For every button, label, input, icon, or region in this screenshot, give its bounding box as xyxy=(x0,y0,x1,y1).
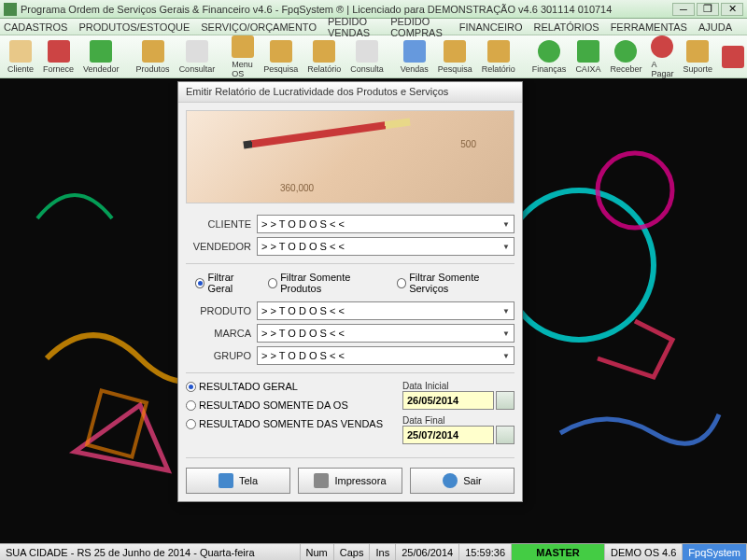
tbtn-fornece[interactable]: Fornece xyxy=(39,38,78,76)
dialog-header-image: 360,000 500 xyxy=(186,110,514,203)
select-vendedor[interactable]: > > T O D O S < <▼ xyxy=(257,237,514,256)
label-produto: PRODUTO xyxy=(186,305,251,316)
radio-resultado-os[interactable]: RESULTADO SOMENTE DA OS xyxy=(186,399,384,411)
select-produto[interactable]: > > T O D O S < <▼ xyxy=(257,301,514,320)
radio-filtrar-produtos[interactable]: Filtrar Somente Produtos xyxy=(268,272,388,294)
status-num: Num xyxy=(301,544,334,560)
tbtn-pesquisa[interactable]: Pesquisa xyxy=(260,38,302,76)
svg-point-0 xyxy=(504,190,654,340)
select-grupo[interactable]: > > T O D O S < <▼ xyxy=(257,346,514,365)
label-vendedor: VENDEDOR xyxy=(186,241,251,252)
menu-servico-orcamento[interactable]: SERVIÇO/ORÇAMENTO xyxy=(201,21,317,33)
menu-pedido-compras[interactable]: PEDIDO COMPRAS xyxy=(390,16,448,38)
printer-icon xyxy=(314,473,329,488)
tbtn-financas[interactable]: Finanças xyxy=(529,38,571,76)
status-location: SUA CIDADE - RS 25 de Junho de 2014 - Qu… xyxy=(0,544,301,560)
menu-produtos-estoque[interactable]: PRODUTOS/ESTOQUE xyxy=(78,21,190,33)
tbtn-consulta[interactable]: Consulta xyxy=(346,38,388,76)
status-master: MASTER xyxy=(512,544,605,560)
menu-ferramentas[interactable]: FERRAMENTAS xyxy=(611,21,687,33)
label-cliente: CLIENTE xyxy=(186,218,251,230)
tbtn-vendas[interactable]: Vendas xyxy=(397,38,432,76)
button-impressora[interactable]: Impressora xyxy=(298,468,402,494)
tbtn-menu-os[interactable]: Menu OS xyxy=(228,34,258,80)
label-data-final: Data Final xyxy=(402,415,514,426)
window-title: Programa Ordem de Serviços Gerais & Fina… xyxy=(21,4,672,15)
close-button[interactable]: ✕ xyxy=(721,3,743,16)
status-fpq: FpqSystem xyxy=(683,544,747,560)
label-grupo: GRUPO xyxy=(186,350,251,361)
button-tela[interactable]: Tela xyxy=(186,468,290,494)
status-demo: DEMO OS 4.6 xyxy=(605,544,683,560)
status-caps: Caps xyxy=(334,544,371,560)
tbtn-exit[interactable] xyxy=(718,44,747,70)
label-data-inicial: Data Inicial xyxy=(402,381,514,391)
tbtn-relatorio-2[interactable]: Relatório xyxy=(478,38,519,76)
calendar-button-start[interactable] xyxy=(496,391,514,410)
select-cliente[interactable]: > > T O D O S < <▼ xyxy=(257,215,514,233)
desktop-area: Emitir Relatório de Lucratividade dos Pr… xyxy=(0,78,747,543)
tbtn-pesquisa-2[interactable]: Pesquisa xyxy=(434,38,476,76)
calendar-button-end[interactable] xyxy=(496,426,514,444)
menu-cadastros[interactable]: CADASTROS xyxy=(4,21,67,33)
exit-icon xyxy=(443,473,458,488)
status-ins: Ins xyxy=(370,544,396,560)
minimize-button[interactable]: ─ xyxy=(672,3,695,16)
report-dialog: Emitir Relatório de Lucratividade dos Pr… xyxy=(177,81,523,502)
tbtn-relatorio[interactable]: Relatório xyxy=(303,38,345,76)
tbtn-produtos[interactable]: Produtos xyxy=(133,38,174,76)
radio-filtrar-geral[interactable]: Filtrar Geral xyxy=(195,272,259,294)
menu-relatorios[interactable]: RELATÓRIOS xyxy=(534,21,599,33)
tbtn-caixa[interactable]: CAIXA xyxy=(571,38,604,76)
tbtn-pagar[interactable]: A Pagar xyxy=(647,34,677,80)
radio-resultado-geral[interactable]: RESULTADO GERAL xyxy=(186,381,384,392)
tbtn-receber[interactable]: Receber xyxy=(606,38,645,76)
tbtn-consultar[interactable]: Consultar xyxy=(176,38,219,76)
input-data-inicial[interactable]: 26/05/2014 xyxy=(402,391,494,410)
menu-bar: CADASTROS PRODUTOS/ESTOQUE SERVIÇO/ORÇAM… xyxy=(0,19,747,35)
dialog-title: Emitir Relatório de Lucratividade dos Pr… xyxy=(178,82,522,103)
screen-icon xyxy=(218,473,233,488)
maximize-button[interactable]: ❐ xyxy=(697,3,719,16)
status-bar: SUA CIDADE - RS 25 de Junho de 2014 - Qu… xyxy=(0,543,747,560)
tbtn-vendedor[interactable]: Vendedor xyxy=(79,38,123,76)
status-date: 25/06/2014 xyxy=(396,544,459,560)
radio-filtrar-servicos[interactable]: Filtrar Somente Serviços xyxy=(397,272,514,294)
menu-pedido-vendas[interactable]: PEDIDO VENDAS xyxy=(328,16,379,38)
label-marca: MARCA xyxy=(186,328,251,339)
select-marca[interactable]: > > T O D O S < <▼ xyxy=(257,324,514,343)
menu-financeiro[interactable]: FINANCEIRO xyxy=(459,21,523,33)
tbtn-cliente[interactable]: Cliente xyxy=(4,38,37,76)
status-time: 15:59:36 xyxy=(459,544,512,560)
tbtn-suporte[interactable]: Suporte xyxy=(679,38,716,76)
toolbar: Cliente Fornece Vendedor Produtos Consul… xyxy=(0,35,747,78)
menu-ajuda[interactable]: AJUDA xyxy=(698,21,732,33)
button-sair[interactable]: Sair xyxy=(410,468,514,494)
radio-resultado-vendas[interactable]: RESULTADO SOMENTE DAS VENDAS xyxy=(186,418,384,429)
app-icon xyxy=(4,3,17,16)
input-data-final[interactable]: 25/07/2014 xyxy=(402,426,494,444)
